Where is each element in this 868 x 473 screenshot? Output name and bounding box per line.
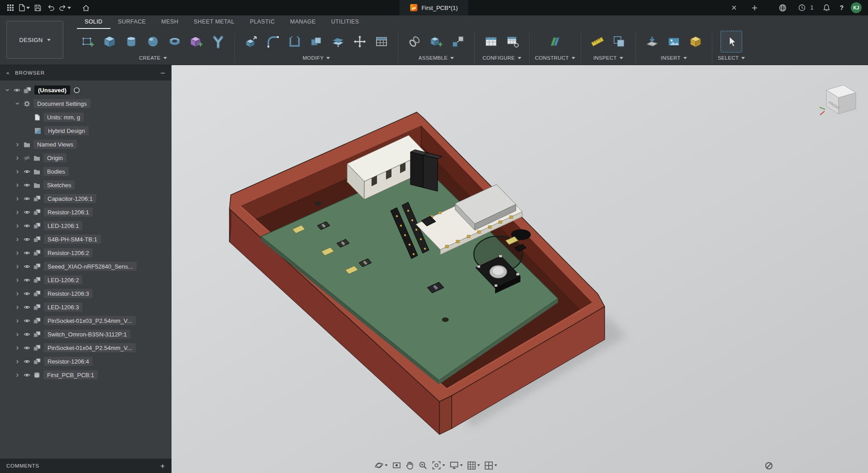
torus-button[interactable] [164,31,186,52]
visibility-eye-icon[interactable] [24,304,30,311]
as-built-joint-button[interactable] [447,31,469,52]
move-copy-button[interactable] [349,31,371,52]
visibility-eye-icon[interactable] [24,345,30,351]
tab-utilities[interactable]: UTILITIES [324,15,367,29]
browser-item-component[interactable]: › PinSocket-01x04_P2.54mm_V... [0,341,172,355]
visibility-eye-icon[interactable] [24,168,30,175]
user-avatar[interactable]: KJ [851,2,862,13]
visibility-eye-icon[interactable] [24,236,30,243]
chevron-collapsed-icon[interactable]: › [14,195,20,202]
configure-features-button[interactable] [502,31,524,52]
notifications-button[interactable] [820,1,832,14]
chevron-collapsed-icon[interactable]: › [14,154,20,161]
offset-face-button[interactable] [327,31,349,52]
box-button[interactable] [99,31,120,52]
visibility-eye-icon[interactable] [24,358,30,365]
create-menu[interactable]: CREATE [139,55,167,61]
visibility-eye-icon[interactable] [24,263,30,270]
chevron-collapsed-icon[interactable]: › [14,358,20,365]
select-menu[interactable]: SELECT [718,55,745,61]
add-comment-button[interactable]: + [160,462,165,470]
chevron-collapsed-icon[interactable]: › [14,290,20,297]
chevron-collapsed-icon[interactable]: › [14,168,20,175]
job-status-button[interactable] [796,1,808,14]
activate-component-radio[interactable] [73,87,80,94]
visibility-eye-icon[interactable] [24,182,30,189]
visibility-eye-icon[interactable] [24,222,30,229]
collapse-panel-icon[interactable]: « [6,70,10,76]
measure-button[interactable] [587,31,608,52]
save-button[interactable] [32,1,43,14]
insert-menu[interactable]: INSERT [661,55,687,61]
file-menu-button[interactable] [18,1,30,14]
viewports-button[interactable] [485,461,497,470]
extensions-button[interactable] [777,1,789,14]
zoom-button[interactable] [419,461,428,470]
browser-item-component[interactable]: › S4B-PH-SM4-TB:1 [0,232,172,246]
tab-sheet-metal[interactable]: SHEET METAL [186,15,242,29]
browser-item-component[interactable]: › LED-1206:3 [0,300,172,314]
create-sketch-button[interactable] [77,31,99,52]
browser-item-component[interactable]: › PinSocket-01x03_P2.54mm_V... [0,314,172,327]
browser-item-named-views[interactable]: › Named Views [0,137,172,151]
pin-header[interactable] [410,150,442,191]
3d-viewport[interactable]: FRONT [172,65,868,473]
visibility-eye-icon[interactable] [24,372,30,378]
new-tab-button[interactable] [749,1,761,14]
fit-button[interactable] [432,461,445,470]
configuration-button[interactable] [480,31,502,52]
visibility-eye-icon[interactable] [24,290,30,297]
modify-menu[interactable]: MODIFY [303,55,330,61]
visibility-eye-icon[interactable] [14,87,20,94]
chevron-collapsed-icon[interactable]: › [14,371,20,378]
help-button[interactable]: ? [839,4,844,11]
chevron-collapsed-icon[interactable]: › [14,181,20,189]
comments-bar[interactable]: COMMENTS + [0,459,172,473]
tab-plastic[interactable]: PLASTIC [242,15,282,29]
tab-surface[interactable]: SURFACE [110,15,154,29]
browser-item-component[interactable]: › LED-1206:2 [0,273,172,287]
browser-item-root[interactable]: › (Unsaved) [0,83,172,97]
visibility-eye-icon[interactable] [24,250,30,256]
feature-disabled-indicator[interactable] [765,462,773,470]
decal-button[interactable] [663,31,685,52]
browser-item-component[interactable]: › Seeed_XIAO-nRF52840_Sens... [0,260,172,273]
chevron-collapsed-icon[interactable]: › [14,276,20,284]
combine-button[interactable] [305,31,327,52]
browser-item-component[interactable]: › Resistor-1206:2 [0,246,172,260]
insert-mesh-button[interactable] [685,31,706,52]
visibility-eye-icon[interactable] [24,331,30,338]
visibility-eye-icon[interactable] [24,209,30,216]
chevron-collapsed-icon[interactable]: › [14,222,20,229]
browser-item-component[interactable]: › Switch_Omron-B3SN-3112P:1 [0,327,172,341]
select-button[interactable] [720,31,742,52]
browser-item-component[interactable]: › Capacitor-1206:1 [0,192,172,205]
sphere-button[interactable] [142,31,164,52]
orbit-button[interactable] [375,461,388,470]
close-tab-button[interactable] [728,1,740,14]
chevron-collapsed-icon[interactable]: › [14,236,20,243]
chevron-collapsed-icon[interactable]: › [14,263,20,270]
chevron-collapsed-icon[interactable]: › [14,303,20,311]
tab-mesh[interactable]: MESH [153,15,186,29]
change-parameters-button[interactable] [371,31,392,52]
chevron-collapsed-icon[interactable]: › [14,344,20,351]
shell-button[interactable] [284,31,305,52]
construction-plane-button[interactable] [544,31,566,52]
configure-menu[interactable]: CONFIGURE [482,55,521,61]
browser-item-component[interactable]: › LED-1206:1 [0,219,172,232]
home-button[interactable] [80,1,92,14]
create-form-button[interactable] [186,31,207,52]
pipe-button[interactable] [207,31,229,52]
joint-button[interactable] [404,31,425,52]
fillet-button[interactable] [262,31,284,52]
app-grid-button[interactable] [5,1,16,14]
browser-item-component[interactable]: › Resistor-1206:4 [0,355,172,368]
visibility-eye-icon[interactable] [24,277,30,284]
inspect-menu[interactable]: INSPECT [593,55,623,61]
construct-menu[interactable]: CONSTRUCT [535,55,575,61]
undo-button[interactable] [45,1,57,14]
workspace-selector[interactable]: DESIGN [6,21,63,59]
tab-manage[interactable]: MANAGE [282,15,324,29]
browser-item-pcb-body[interactable]: › First_PCB_PCB:1 [0,368,172,382]
